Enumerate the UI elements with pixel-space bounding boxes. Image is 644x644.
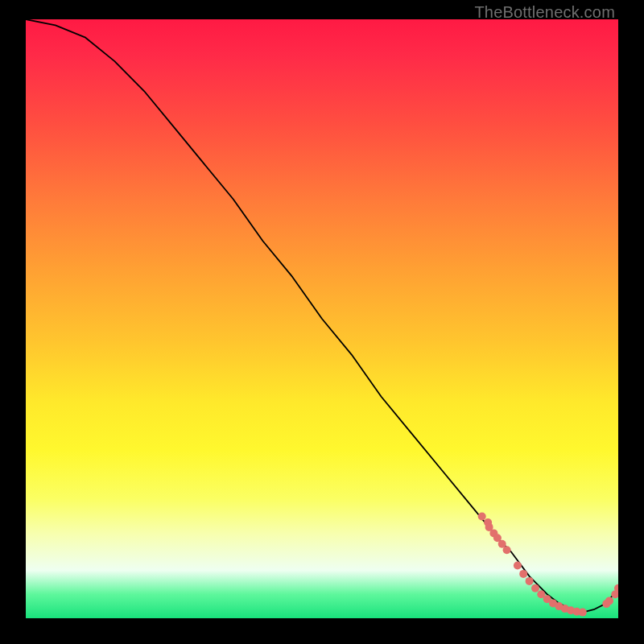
data-markers [478, 513, 618, 617]
data-point [519, 570, 527, 578]
data-point [605, 597, 613, 605]
data-point [531, 584, 539, 592]
chart-svg [26, 19, 618, 618]
bottleneck-curve [26, 19, 618, 613]
data-point [478, 513, 486, 521]
data-point [579, 609, 587, 617]
data-point [526, 577, 534, 585]
data-point [503, 546, 511, 554]
data-point [514, 562, 522, 570]
chart-area [26, 19, 618, 618]
